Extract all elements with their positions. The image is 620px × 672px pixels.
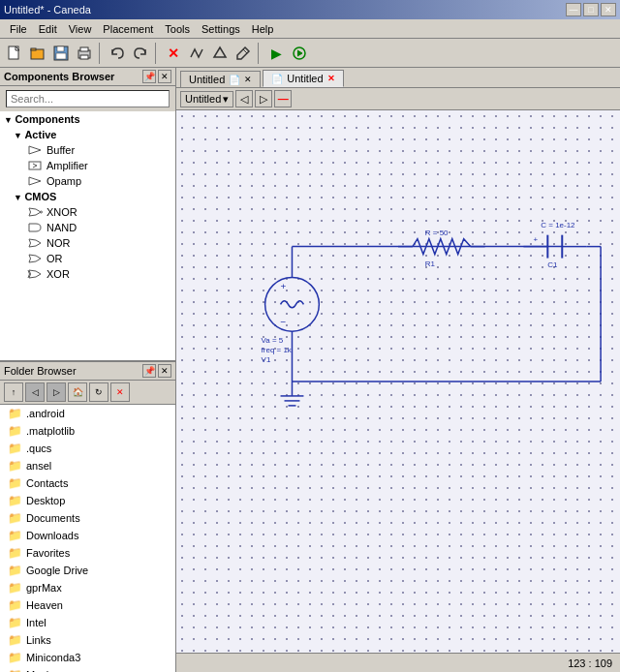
menu-edit[interactable]: Edit [33, 21, 63, 37]
menu-tools[interactable]: Tools [159, 21, 196, 37]
folder-item[interactable]: 📁Favorites [0, 544, 175, 562]
folder-item[interactable]: 📁gprMax [0, 579, 175, 596]
tree-item-xnor[interactable]: XNOR [0, 204, 175, 220]
svg-text:−: − [281, 317, 287, 327]
tree-item-xor[interactable]: XOR [0, 266, 175, 282]
svg-marker-13 [29, 146, 41, 154]
svg-text:R1: R1 [425, 260, 436, 268]
cb-close-button[interactable]: ✕ [158, 70, 171, 83]
minimize-button[interactable]: — [566, 3, 581, 16]
sub-toolbar: Untitled ▾ ◁ ▷ — [176, 88, 620, 110]
folder-item[interactable]: 📁Music [0, 666, 175, 672]
sub-minus-button[interactable]: — [274, 90, 292, 107]
folder-icon: 📁 [8, 598, 22, 612]
save-button[interactable] [50, 43, 72, 64]
folder-item[interactable]: 📁Google Drive [0, 562, 175, 579]
fb-delete-button[interactable]: ✕ [110, 382, 130, 402]
sub-forward-button[interactable]: ▷ [255, 90, 272, 107]
components-browser-controls: 📌 ✕ [142, 70, 171, 83]
folder-item[interactable]: 📁Contacts [0, 474, 175, 492]
folder-item[interactable]: 📁ansel [0, 457, 175, 474]
maximize-button[interactable]: □ [583, 3, 599, 16]
svg-rect-5 [57, 46, 64, 51]
components-browser: Components Browser 📌 ✕ Components Active… [0, 68, 175, 362]
menu-view[interactable]: View [63, 21, 98, 37]
fb-left-button[interactable]: ◁ [25, 382, 45, 402]
svg-rect-14 [29, 162, 41, 169]
tree-item-opamp[interactable]: Opamp [0, 173, 175, 189]
sub-back-button[interactable]: ◁ [235, 90, 253, 107]
fb-home-button[interactable]: 🏠 [68, 382, 87, 402]
open-button[interactable] [27, 43, 48, 64]
svg-rect-3 [31, 48, 36, 50]
search-box [2, 88, 173, 109]
close-button[interactable]: ✕ [601, 3, 616, 16]
print-button[interactable] [74, 43, 95, 64]
folder-icon: 📁 [8, 668, 22, 672]
folder-item[interactable]: 📁Heaven [0, 596, 175, 614]
menu-settings[interactable]: Settings [196, 21, 246, 37]
xnor-icon [27, 207, 43, 217]
new-button[interactable] [4, 43, 25, 64]
folder-item[interactable]: 📁Miniconda3 [0, 649, 175, 666]
wire-button[interactable] [186, 43, 207, 64]
menu-help[interactable]: Help [246, 21, 280, 37]
tree-item-or[interactable]: OR [0, 251, 175, 266]
folder-item[interactable]: 📁.android [0, 405, 175, 422]
component-button[interactable] [209, 43, 231, 64]
fb-header-controls: 📌 ✕ [142, 364, 171, 378]
run-button[interactable]: ▶ [265, 43, 287, 64]
canvas-area[interactable]: + − Va = 5 freq = 1k V1 [176, 110, 620, 653]
components-browser-header: Components Browser 📌 ✕ [0, 68, 175, 86]
delete-red-button[interactable]: ✕ [163, 43, 184, 64]
folder-item[interactable]: 📁Downloads [0, 527, 175, 544]
cb-pin-button[interactable]: 📌 [142, 70, 156, 83]
fb-up-button[interactable]: ↑ [4, 382, 23, 402]
svg-marker-10 [214, 47, 226, 57]
svg-text:V1: V1 [262, 355, 271, 364]
menu-file[interactable]: File [4, 21, 33, 37]
tree-item-amplifier[interactable]: Amplifier [0, 158, 175, 173]
tab-untitled-2[interactable]: 📄 Untitled ✕ [263, 70, 343, 87]
svg-line-11 [243, 49, 247, 53]
tree-category-cmos[interactable]: CMOS [0, 189, 175, 204]
nand-icon [27, 223, 43, 232]
folder-item[interactable]: 📁.qucs [0, 440, 175, 457]
svg-text:C = 1e-12: C = 1e-12 [541, 221, 575, 229]
folder-item[interactable]: 📁.matplotlib [0, 422, 175, 440]
folder-item[interactable]: 📁Documents [0, 509, 175, 527]
view-dropdown-label: Untitled [185, 93, 221, 105]
title-bar: Untitled* - Caneda — □ ✕ [0, 0, 620, 19]
svg-line-15 [33, 164, 37, 166]
tree-item-nand[interactable]: NAND [0, 220, 175, 235]
separator-3 [258, 43, 262, 64]
fb-right-button[interactable]: ▷ [46, 382, 66, 402]
fb-pin-button[interactable]: 📌 [142, 364, 156, 378]
menu-placement[interactable]: Placement [97, 21, 159, 37]
fb-reload-button[interactable]: ↻ [89, 382, 108, 402]
folder-list: 📁.android 📁.matplotlib 📁.qucs 📁ansel 📁Co… [0, 405, 175, 672]
folder-browser: Folder Browser 📌 ✕ ↑ ◁ ▷ 🏠 ↻ ✕ 📁.android… [0, 362, 175, 672]
paint-button[interactable] [232, 43, 254, 64]
folder-item[interactable]: 📁Links [0, 631, 175, 649]
folder-item[interactable]: 📁Intel [0, 614, 175, 631]
tree-item-nor[interactable]: NOR [0, 235, 175, 251]
folder-icon: 📁 [8, 651, 22, 664]
view-dropdown[interactable]: Untitled ▾ [180, 91, 233, 107]
tab-close-button-1[interactable]: ✕ [244, 75, 252, 84]
svg-text:+: + [533, 235, 538, 244]
redo-button[interactable] [130, 43, 151, 64]
tree-item-buffer[interactable]: Buffer [0, 142, 175, 158]
fb-close-button[interactable]: ✕ [158, 364, 171, 378]
simulate-button[interactable] [289, 43, 310, 64]
tab-close-button-2[interactable]: ✕ [327, 74, 335, 83]
undo-button[interactable] [107, 43, 128, 64]
search-input[interactable] [6, 90, 170, 107]
folder-item[interactable]: 📁Desktop [0, 492, 175, 509]
components-browser-title: Components Browser [4, 71, 114, 82]
tree-category-active[interactable]: Active [0, 127, 175, 142]
tree-root-components[interactable]: Components [0, 111, 175, 127]
tree-container: Components Active Buffer Amplifier Opamp… [0, 111, 175, 360]
tab-untitled-1[interactable]: Untitled 📄 ✕ [180, 71, 261, 87]
tab-label: Untitled [189, 74, 225, 85]
